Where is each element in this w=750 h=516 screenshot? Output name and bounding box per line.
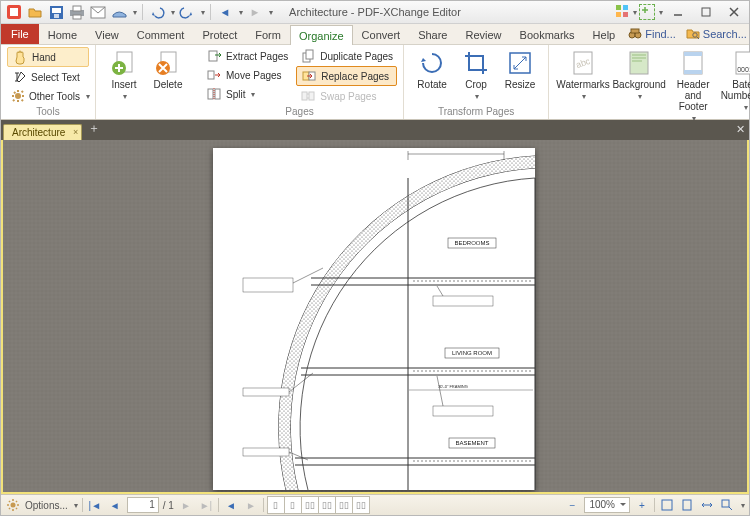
print-icon[interactable]: [68, 3, 86, 21]
nav-fwd-dropdown[interactable]: ▾: [269, 8, 273, 17]
page-number-input[interactable]: 1: [127, 497, 159, 513]
tab-comment[interactable]: Comment: [128, 24, 194, 44]
nav-back-icon[interactable]: ◄: [216, 3, 234, 21]
svg-rect-13: [702, 8, 710, 16]
delete-button[interactable]: Delete: [146, 47, 190, 90]
close-pane-button[interactable]: ✕: [736, 123, 745, 136]
group-pages-label: Pages: [202, 105, 397, 119]
duplicate-pages[interactable]: Duplicate Pages: [296, 47, 397, 65]
zoom-menu-dropdown[interactable]: ▾: [741, 501, 745, 510]
undo-dropdown-icon[interactable]: ▾: [171, 8, 175, 17]
svg-rect-39: [684, 70, 702, 74]
tab-help[interactable]: Help: [584, 24, 625, 44]
tab-bookmarks[interactable]: Bookmarks: [511, 24, 584, 44]
nav-back-dropdown[interactable]: ▾: [239, 8, 243, 17]
options-dropdown[interactable]: ▾: [74, 501, 78, 510]
tab-share[interactable]: Share: [409, 24, 456, 44]
background-button[interactable]: Background▾: [611, 47, 667, 101]
tab-view[interactable]: View: [86, 24, 128, 44]
svg-rect-62: [243, 448, 289, 456]
page-layout-buttons[interactable]: ▯ ▯ ▯▯ ▯▯ ▯▯ ▯▯: [268, 496, 370, 514]
quick-access-toolbar: ▾ ▾ ▾ ◄ ▾ ► ▾: [1, 3, 273, 21]
mail-icon[interactable]: [89, 3, 107, 21]
fit-width-icon[interactable]: [699, 497, 715, 513]
zoom-combo[interactable]: 100%: [584, 497, 630, 513]
layout-book-icon[interactable]: ▯▯: [335, 496, 353, 514]
select-text-tool[interactable]: Select Text: [7, 68, 89, 86]
hand-tool[interactable]: Hand: [7, 47, 89, 67]
redo-dropdown-icon[interactable]: ▾: [201, 8, 205, 17]
svg-line-67: [437, 376, 443, 406]
undo-icon[interactable]: [148, 3, 166, 21]
watermark-icon: abc: [569, 49, 597, 77]
zoom-out-icon[interactable]: −: [564, 497, 580, 513]
crop-button[interactable]: Crop▾: [454, 47, 498, 101]
layout-single-icon[interactable]: ▯: [267, 496, 285, 514]
hand-icon: [12, 49, 28, 65]
zoom-selection-icon[interactable]: [719, 497, 735, 513]
new-tab-button[interactable]: ＋: [88, 120, 100, 137]
svg-rect-66: [433, 406, 493, 416]
svg-rect-58: [243, 278, 293, 292]
svg-rect-11: [616, 12, 621, 17]
layout-two-cont-icon[interactable]: ▯▯: [318, 496, 336, 514]
open-icon[interactable]: [26, 3, 44, 21]
fit-actual-icon[interactable]: [659, 497, 675, 513]
titlebar: ▾ ▾ ▾ ◄ ▾ ► ▾ Architecture - PDF-XChange…: [1, 1, 749, 24]
options-label[interactable]: Options...: [25, 500, 68, 511]
insert-button[interactable]: Insert ▾: [102, 47, 146, 101]
tab-convert[interactable]: Convert: [353, 24, 410, 44]
tab-review[interactable]: Review: [456, 24, 510, 44]
document-tab[interactable]: Architecture ×: [3, 124, 82, 140]
replace-pages[interactable]: Replace Pages: [296, 66, 397, 86]
header-footer-button[interactable]: Header and Footer▾: [667, 47, 719, 123]
minimize-button[interactable]: [665, 3, 691, 21]
close-button[interactable]: [721, 3, 747, 21]
tab-organize[interactable]: Organize: [290, 25, 353, 45]
ui-options-dropdown[interactable]: ▾: [633, 8, 637, 17]
maximize-button[interactable]: [693, 3, 719, 21]
room-label: BASEMENT: [455, 440, 488, 446]
layout-two-icon[interactable]: ▯▯: [301, 496, 319, 514]
svg-rect-64: [433, 296, 493, 306]
svg-rect-6: [73, 6, 81, 11]
launch-dropdown[interactable]: ▾: [659, 8, 663, 17]
ui-options-icon[interactable]: [615, 4, 629, 20]
qat-dropdown-icon[interactable]: ▾: [133, 8, 137, 17]
split-pages[interactable]: Split▾: [202, 85, 292, 103]
svg-rect-12: [623, 12, 628, 17]
redo-icon[interactable]: [178, 3, 196, 21]
swap-pages[interactable]: Swap Pages: [296, 87, 397, 105]
svg-rect-32: [309, 92, 314, 100]
tab-file[interactable]: File: [1, 24, 39, 44]
move-pages[interactable]: Move Pages: [202, 66, 292, 84]
tab-form[interactable]: Form: [246, 24, 290, 44]
rotate-button[interactable]: Rotate: [410, 47, 454, 90]
save-icon[interactable]: [47, 3, 65, 21]
scan-icon[interactable]: [110, 3, 128, 21]
prev-page-icon[interactable]: ◄: [107, 497, 123, 513]
search-button[interactable]: Search...: [682, 27, 750, 41]
find-button[interactable]: Find...: [624, 27, 680, 41]
svg-point-18: [15, 93, 21, 99]
first-page-icon[interactable]: |◄: [87, 497, 103, 513]
other-tools[interactable]: Other Tools ▾: [7, 87, 89, 105]
rotate-icon: [418, 49, 446, 77]
document-viewport[interactable]: 30'-0" FRAMING BEDROOMS LIVING ROOM BASE…: [1, 140, 749, 494]
options-gear-icon[interactable]: [5, 497, 21, 513]
bates-button[interactable]: 0001Bates Numbering▾: [719, 47, 750, 112]
svg-line-65: [437, 286, 443, 296]
zoom-in-icon[interactable]: +: [634, 497, 650, 513]
tab-home[interactable]: Home: [39, 24, 86, 44]
close-tab-icon[interactable]: ×: [73, 127, 78, 137]
history-back-icon[interactable]: ◄: [223, 497, 239, 513]
layout-book-cont-icon[interactable]: ▯▯: [352, 496, 370, 514]
fit-page-icon[interactable]: [679, 497, 695, 513]
watermarks-button[interactable]: abcWatermarks▾: [555, 47, 611, 101]
svg-rect-25: [208, 89, 213, 99]
extract-pages[interactable]: Extract Pages: [202, 47, 292, 65]
launch-icon[interactable]: [639, 4, 655, 20]
tab-protect[interactable]: Protect: [193, 24, 246, 44]
layout-continuous-icon[interactable]: ▯: [284, 496, 302, 514]
resize-button[interactable]: Resize: [498, 47, 542, 90]
